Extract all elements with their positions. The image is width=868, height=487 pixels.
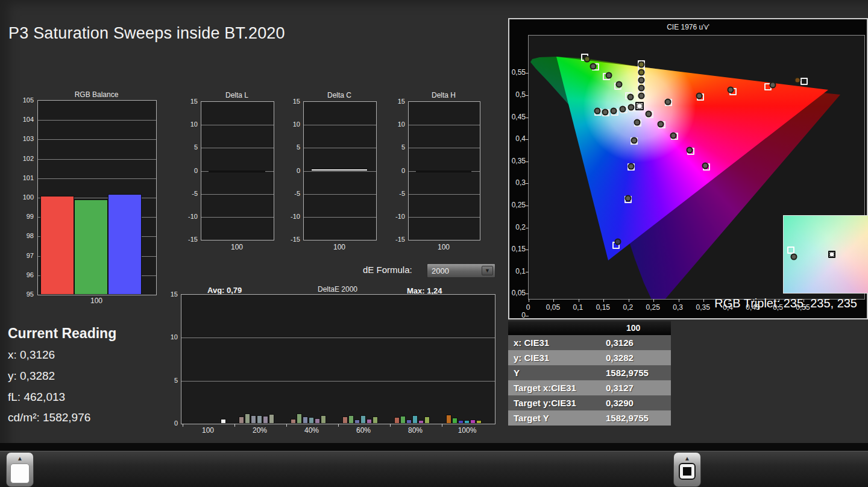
pattern-popup-button[interactable]: ▲	[6, 452, 34, 487]
y-tick-label: 10	[190, 121, 198, 128]
cie-measured-cyan	[627, 104, 634, 111]
chevron-down-icon[interactable]: ▼	[482, 266, 493, 275]
y-tick-label: 10	[398, 121, 405, 128]
cie-y-tick-label: 0,05	[512, 289, 526, 297]
grid-line	[181, 338, 495, 338]
cie-x-tick-label: 0,55	[796, 303, 810, 312]
cie-measured-green	[616, 81, 623, 88]
cie-measured-red	[665, 98, 671, 105]
cie-measured-magenta	[702, 163, 709, 169]
x-tick	[234, 424, 235, 427]
row-value: 0,3127	[606, 380, 671, 395]
cie-y-tick-label: 0,4	[515, 134, 526, 143]
deltae-bar	[452, 418, 458, 424]
row-label: x: CIE31	[508, 335, 606, 350]
deltae-bar	[400, 416, 406, 424]
cie-y-tick-label: 0,3	[515, 178, 526, 187]
cie-x-tick	[779, 299, 779, 302]
cie-measured-red	[794, 77, 801, 84]
cie-y-tick-label: 0	[521, 311, 526, 319]
deltae-bar	[418, 420, 424, 424]
cie-measured-blue	[631, 137, 637, 143]
cie-target-red	[800, 78, 808, 85]
y-tick-label: 15	[398, 98, 405, 105]
y-tick-label: 97	[27, 252, 34, 259]
chevron-up-icon[interactable]: ▲	[7, 453, 33, 462]
cie-chart-title: CIE 1976 u'v'	[509, 23, 867, 31]
y-tick-label: 101	[23, 174, 34, 181]
cie-x-tick-label: 0,05	[546, 303, 560, 312]
cie-x-tick	[729, 299, 729, 302]
deltae-avg: Avg: 0,79	[207, 286, 242, 295]
chevron-up-icon[interactable]: ▲	[674, 453, 700, 462]
cie-measured-green	[590, 63, 596, 70]
delta-chart-delta-l	[201, 101, 274, 240]
deltae-bar	[360, 415, 366, 424]
cie-y-tick	[526, 139, 529, 140]
cie-y-tick	[526, 250, 529, 250]
cie-x-tick	[529, 299, 529, 302]
deltae-bar	[424, 416, 430, 424]
cie-x-tick-label: 0,1	[573, 303, 583, 312]
cie-measured-blue	[624, 195, 631, 201]
cie-y-tick-label: 0,2	[515, 223, 526, 231]
rgb-bar-red	[40, 196, 74, 295]
grid-line	[304, 194, 376, 195]
de-formula-dropdown[interactable]: 2000 ▼	[427, 263, 495, 278]
meter-popup-button[interactable]: ▲	[673, 452, 701, 487]
table-row: Target y:CIE31 0,3290	[508, 395, 671, 410]
x-tick-label: 100	[202, 426, 214, 435]
deltae-title: DeltaE 2000	[318, 285, 357, 294]
y-tick-label: 98	[27, 232, 34, 239]
cie-y-tick	[526, 183, 529, 184]
cie-x-tick-label: 0,2	[623, 303, 633, 312]
deltae-bar	[309, 417, 314, 424]
deltae-bar	[470, 419, 476, 424]
y-tick-label: 15	[293, 98, 300, 105]
deltae-bar	[412, 415, 418, 424]
cie-x-tick	[703, 299, 704, 302]
grid-line	[201, 125, 274, 125]
white-pattern-chip[interactable]	[10, 463, 30, 483]
x-tick	[183, 424, 183, 427]
deltae-bar	[458, 420, 464, 424]
cie-current-measured	[637, 102, 643, 109]
y-tick-label: 95	[27, 291, 34, 298]
deltae-bar	[221, 419, 226, 424]
y-tick-label: 5	[401, 143, 405, 151]
de-formula-value: 2000	[432, 266, 449, 275]
deltae-bar	[348, 415, 354, 424]
y-tick-label: -5	[192, 190, 198, 197]
deltae-bar	[269, 414, 274, 424]
blank-pattern-button[interactable]	[679, 463, 696, 480]
y-tick-label: 96	[27, 271, 34, 278]
calman-layout-root: P3 Saturation Sweeps inside BT.2020 RGB …	[0, 0, 868, 487]
cie-chart-panel: CIE 1976 u'v' RGB Triplet: 235, 235, 235	[508, 18, 868, 319]
y-tick-label: 10	[171, 333, 178, 341]
y-tick-label: 102	[23, 155, 34, 162]
cie-x-tick-label: 0,4	[723, 303, 733, 312]
y-tick-label: 10	[293, 121, 300, 128]
deltae-bar	[245, 413, 250, 424]
grid-line	[201, 148, 274, 148]
rgb-triplet-label: RGB Triplet: 235, 235, 235	[714, 297, 857, 310]
cie-x-tick	[603, 299, 604, 302]
grid-line	[304, 148, 376, 148]
cie-measured-green	[583, 55, 590, 62]
y-tick-label: 99	[27, 213, 34, 220]
x-tick	[390, 424, 391, 427]
deltae-bar	[476, 420, 482, 424]
cie-y-tick	[526, 73, 529, 74]
cie-y-tick	[526, 294, 529, 294]
delta-value-bar	[311, 169, 368, 171]
cie-measured-magenta	[658, 121, 664, 127]
deltae-bar	[366, 419, 372, 424]
de-formula-label: dE Formula:	[363, 265, 412, 275]
grid-line	[409, 148, 480, 148]
toolbar-gap	[0, 443, 868, 451]
rgb-balance-chart	[37, 100, 157, 295]
delta-chart-title: Delta C	[327, 91, 351, 99]
cie-x-tick	[553, 299, 554, 302]
deltae-bar	[291, 419, 296, 424]
cie-y-tick	[526, 206, 529, 206]
